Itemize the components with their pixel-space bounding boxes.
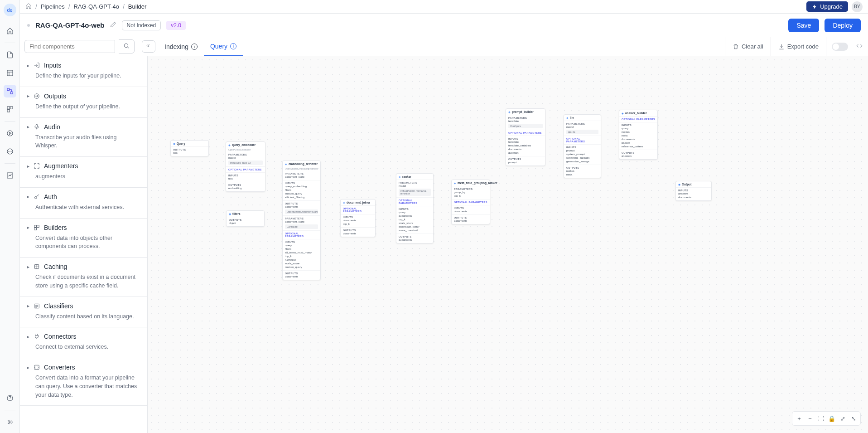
svg-rect-0: [7, 70, 13, 76]
node-field-value: intfloat/e5-base-v2: [228, 161, 263, 165]
component-group[interactable]: ▸ Caching Check if documents exist in a …: [20, 258, 147, 297]
home-icon[interactable]: [4, 24, 16, 37]
expand-button[interactable]: ⤢: [838, 414, 848, 423]
node-field: embedding: [228, 186, 263, 190]
convert-icon: [33, 364, 40, 370]
expand-rail-icon[interactable]: [4, 416, 16, 428]
breadcrumb-sep: /: [68, 3, 70, 10]
node-field: query_embedding: [285, 185, 318, 188]
toolbar: Indexing i Query i Clear all Export code: [20, 37, 868, 56]
component-group[interactable]: ▸ Audio Transcribe your audio files usin…: [20, 118, 147, 157]
templates-icon[interactable]: [4, 67, 16, 79]
caret-icon: ▸: [27, 63, 29, 68]
node-field: documents: [622, 137, 655, 141]
node-meta-field-ranker[interactable]: ◈meta_field_grouping_ranker PARAMETERSgr…: [451, 180, 490, 224]
svg-rect-3: [7, 107, 10, 109]
clear-all-label: Clear all: [742, 43, 763, 50]
node-field: group_by: [454, 190, 487, 194]
component-group[interactable]: ▸ Augmenters augmenters: [20, 157, 147, 188]
pipeline-header: RAG-QA-GPT-4o-web Not Indexed v2.0 Save …: [20, 14, 868, 37]
node-filters[interactable]: ◉filters Outputsobject: [226, 210, 265, 227]
export-code-button[interactable]: Export code: [771, 37, 826, 56]
search-button[interactable]: [119, 39, 135, 54]
chat-icon[interactable]: [4, 145, 16, 158]
component-group[interactable]: ▸ Auth Authenticate with external servic…: [20, 188, 147, 219]
help-icon[interactable]: [4, 392, 16, 404]
node-section-label: OPTIONAL PARAMETERS: [566, 137, 598, 143]
component-group[interactable]: ▸ Inputs Define the inputs for your pipe…: [20, 56, 147, 87]
node-field-value: Configure: [285, 224, 318, 229]
plug-icon: [33, 333, 40, 340]
node-field: model: [228, 156, 263, 160]
save-button[interactable]: Save: [788, 19, 819, 32]
node-title: Output: [682, 183, 691, 186]
group-name: Connectors: [44, 333, 77, 340]
node-field: answers: [678, 192, 709, 195]
node-field: documents: [343, 232, 373, 235]
node-field: documents: [399, 214, 431, 218]
cache-icon: [33, 263, 40, 270]
fullscreen-button[interactable]: ⤡: [849, 414, 858, 423]
caret-icon: ▸: [27, 303, 29, 308]
breadcrumb-project[interactable]: RAG-QA-GPT-4o: [74, 3, 119, 10]
node-ranker[interactable]: ◈ranker PARAMETERSmodelintfloat/simlm-ms…: [396, 173, 434, 243]
code-icon: [856, 43, 863, 50]
node-document-joiner[interactable]: ◈document_joiner OPTIONAL PARAMETERS Inp…: [340, 199, 376, 237]
breadcrumb-pipelines[interactable]: Pipelines: [41, 3, 65, 10]
caret-icon: ▸: [27, 365, 29, 370]
node-field: model: [399, 184, 431, 188]
collapse-sidebar-button[interactable]: [142, 40, 155, 53]
node-title: ranker: [402, 175, 411, 178]
left-rail: de: [0, 0, 20, 433]
node-prompt-builder[interactable]: ◈prompt_builder PARAMETERStemplateConfig…: [506, 108, 545, 166]
code-view-toggle[interactable]: [832, 43, 848, 51]
pipelines-icon[interactable]: [4, 85, 16, 97]
components-icon[interactable]: [4, 103, 16, 116]
node-field: documents: [508, 147, 543, 151]
edit-icon[interactable]: [110, 21, 116, 29]
node-query[interactable]: ◉Query Outputstext: [170, 140, 209, 156]
fit-view-button[interactable]: ⛶: [816, 414, 826, 423]
node-field: query: [399, 210, 431, 214]
component-group[interactable]: ▸ Builders Convert data into objects oth…: [20, 219, 147, 258]
lock-button[interactable]: 🔒: [827, 414, 837, 423]
node-answer-builder[interactable]: ◈answer_builder OPTIONAL PARAMETERS Inpu…: [619, 110, 658, 160]
node-field: filters: [285, 247, 318, 251]
canvas[interactable]: ◉Query Outputstext ◈query_embedder OpenA…: [148, 56, 868, 433]
play-icon[interactable]: [4, 127, 16, 140]
node-llm[interactable]: ◈llm PARAMETERSmodelgpt-4o OPTIONAL PARA…: [564, 114, 601, 178]
files-icon[interactable]: [4, 49, 16, 61]
node-title: prompt_builder: [512, 110, 534, 113]
logout-icon: [33, 93, 40, 99]
node-field: documents: [454, 209, 487, 213]
search-input[interactable]: [24, 40, 115, 53]
info-icon[interactable]: i: [230, 43, 236, 49]
node-query-embedder[interactable]: ◈query_embedder OpenAITextEmbedder PARAM…: [226, 141, 265, 192]
analytics-icon[interactable]: [4, 169, 16, 182]
component-group[interactable]: ▸ Converters Convert data into a format …: [20, 358, 147, 406]
node-field: question: [508, 151, 543, 155]
workspace-avatar[interactable]: de: [4, 4, 16, 16]
zoom-in-button[interactable]: +: [794, 414, 804, 423]
user-avatar[interactable]: BY: [852, 1, 863, 12]
deploy-button[interactable]: Deploy: [825, 19, 861, 32]
upgrade-button[interactable]: Upgrade: [806, 1, 848, 12]
zoom-out-button[interactable]: −: [805, 414, 815, 423]
home-breadcrumb-icon[interactable]: [25, 3, 32, 10]
node-field: top_k: [285, 254, 318, 258]
node-field: document_store: [285, 175, 318, 179]
component-group[interactable]: ▸ Connectors Connect to external service…: [20, 327, 147, 358]
node-field: prompt: [508, 161, 543, 164]
login-icon: [33, 62, 40, 68]
node-embedding-retriever[interactable]: ◈embedding_retriever OpenSearchEmbedding…: [282, 161, 321, 280]
svg-rect-17: [34, 225, 37, 227]
node-output[interactable]: ◉Output Inputsanswersdocuments: [675, 181, 712, 201]
component-group[interactable]: ▸ Classifiers Classify content based on …: [20, 297, 147, 328]
component-group[interactable]: ▸ Outputs Define the output of your pipe…: [20, 87, 147, 118]
tab-query[interactable]: Query i: [204, 37, 243, 56]
group-name: Augmenters: [44, 162, 78, 170]
tab-indexing[interactable]: Indexing i: [158, 37, 204, 56]
node-field: score_threshold: [399, 229, 431, 232]
clear-all-button[interactable]: Clear all: [725, 37, 771, 56]
info-icon[interactable]: i: [191, 44, 198, 50]
